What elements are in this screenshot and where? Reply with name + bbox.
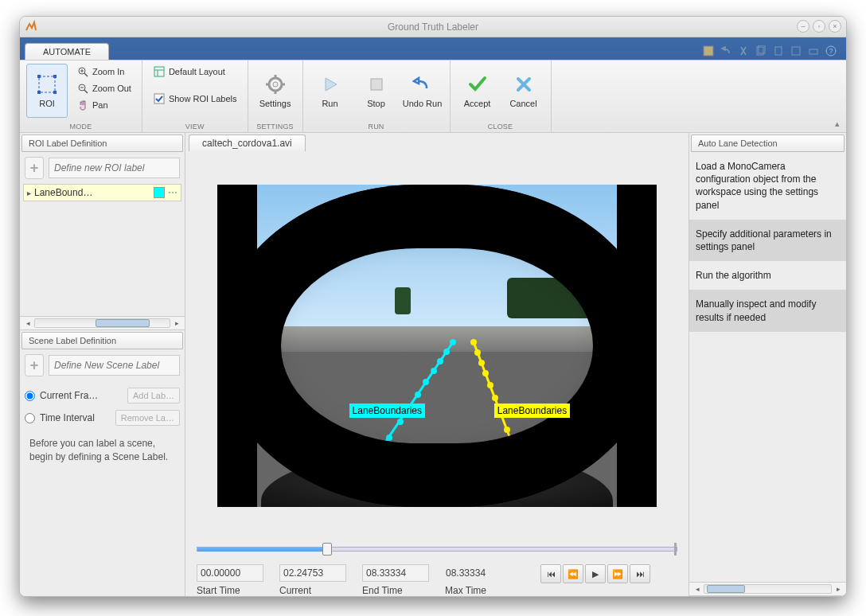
qat-save-icon[interactable] [701, 44, 716, 58]
new-scene-input[interactable] [49, 355, 180, 376]
scroll-right-icon[interactable]: ▸ [172, 318, 181, 328]
roi-scrollbar[interactable]: ◂ ▸ [20, 316, 185, 330]
run-button[interactable]: Run [310, 64, 351, 118]
svg-rect-20 [154, 67, 164, 76]
layout-icon [153, 65, 166, 78]
window-title: Ground Truth Labeler [388, 21, 478, 33]
group-view: Default Layout Show ROI Labels VIEW [142, 60, 248, 132]
qat-help-icon[interactable]: ? [824, 44, 838, 58]
cancel-button[interactable]: Cancel [503, 64, 544, 118]
right-scrollbar[interactable]: ◂ ▸ [689, 582, 846, 596]
zoom-out-icon [76, 82, 89, 95]
step-fwd-button[interactable]: ⏩ [607, 564, 628, 583]
collapse-ribbon-icon[interactable]: ▴ [835, 119, 840, 129]
play-button[interactable]: ▶ [585, 564, 606, 583]
left-column: ROI Label Definition + ▸ LaneBound… ⋯ [20, 133, 185, 596]
remove-label-button[interactable]: Remove La… [115, 410, 180, 426]
qat-cut-icon[interactable] [736, 44, 751, 58]
file-tab[interactable]: caltech_cordova1.avi [189, 135, 306, 151]
right-panel-title: Auto Lane Detection [691, 135, 845, 152]
timeline-handle[interactable] [322, 543, 332, 556]
add-scene-button[interactable]: + [25, 354, 44, 376]
gear-icon [264, 73, 287, 96]
add-roi-button[interactable]: + [25, 157, 44, 179]
qat-undo-icon[interactable] [719, 44, 733, 58]
svg-line-18 [84, 90, 88, 93]
current-time-field[interactable]: 02.24753 [279, 564, 346, 582]
new-roi-input[interactable] [49, 158, 180, 178]
radio-current-frame[interactable] [25, 391, 35, 401]
end-time-field[interactable]: 08.33334 [362, 564, 429, 582]
x-icon [513, 73, 535, 96]
svg-rect-3 [775, 47, 782, 55]
step-2: Specify additional parameters in setting… [689, 220, 846, 261]
scene-panel-title: Scene Label Definition [21, 332, 183, 349]
group-close: Accept Cancel CLOSE [451, 60, 552, 132]
step-back-button[interactable]: ⏪ [563, 564, 583, 583]
scroll-left-icon[interactable]: ◂ [23, 318, 33, 328]
radio-time-interval[interactable] [25, 413, 35, 423]
zoom-in-button[interactable]: Zoom In [72, 64, 135, 80]
default-layout-button[interactable]: Default Layout [149, 64, 241, 80]
checkbox-icon [153, 92, 166, 105]
roi-panel-title: ROI Label Definition [21, 135, 183, 152]
settings-button[interactable]: Settings [255, 64, 296, 118]
timeline-track[interactable] [197, 547, 677, 552]
add-label-button[interactable]: Add Lab… [127, 388, 180, 404]
start-time-field[interactable]: 00.00000 [197, 564, 263, 582]
max-time-value: 08.33334 [445, 564, 512, 582]
qat-new-icon[interactable] [789, 44, 803, 58]
stop-icon [365, 73, 388, 96]
right-column: Auto Lane Detection Load a MonoCamera co… [689, 133, 846, 596]
group-run-label: RUN [303, 123, 450, 131]
lane-label-yellow[interactable]: LaneBoundaries [494, 404, 570, 418]
group-settings-label: SETTINGS [248, 123, 302, 131]
svg-rect-5 [809, 49, 817, 54]
group-run: Run Stop Undo Run RUN [303, 60, 451, 132]
pan-button[interactable]: Pan [72, 97, 135, 113]
app-window: Ground Truth Labeler – ◦ × AUTOMATE ? [19, 16, 847, 597]
play-icon [319, 73, 341, 96]
scroll-right-icon[interactable]: ▸ [833, 584, 843, 594]
titlebar: Ground Truth Labeler – ◦ × [20, 17, 846, 37]
qat-print-icon[interactable] [806, 44, 821, 58]
svg-rect-4 [792, 47, 800, 55]
scroll-left-icon[interactable]: ◂ [692, 584, 702, 594]
item-menu-icon[interactable]: ⋯ [168, 187, 177, 198]
tab-automate[interactable]: AUTOMATE [25, 43, 109, 60]
stop-button[interactable]: Stop [356, 64, 397, 118]
scene-info-text: Before you can label a scene, begin by d… [23, 429, 181, 472]
window-close-button[interactable]: × [829, 20, 841, 33]
go-end-button[interactable]: ⏭ [630, 564, 650, 583]
roi-button[interactable]: ROI [26, 64, 68, 118]
group-view-label: VIEW [142, 123, 248, 131]
color-swatch [154, 187, 165, 198]
go-start-button[interactable]: ⏮ [540, 564, 561, 583]
roi-label-item[interactable]: ▸ LaneBound… ⋯ [23, 184, 181, 201]
undo-run-button[interactable]: Undo Run [402, 64, 443, 118]
svg-rect-12 [53, 91, 57, 94]
expand-icon: ▸ [27, 189, 31, 197]
ribbon: AUTOMATE ? ROI [20, 37, 846, 133]
zoom-out-button[interactable]: Zoom Out [72, 80, 135, 96]
roi-label: ROI [39, 99, 55, 108]
qat-copy-icon[interactable] [754, 44, 768, 58]
undo-icon [412, 73, 434, 96]
transport-controls: ⏮ ⏪ ▶ ⏩ ⏭ [540, 564, 650, 583]
video-frame[interactable]: LaneBoundaries LaneBoundaries [217, 185, 657, 507]
roi-definition-panel: ROI Label Definition + ▸ LaneBound… ⋯ [20, 133, 185, 316]
svg-rect-11 [37, 91, 41, 94]
accept-button[interactable]: Accept [457, 64, 498, 118]
zoom-in-icon [76, 65, 89, 78]
step-1: Load a MonoCamera configuration object f… [689, 152, 846, 220]
svg-rect-30 [371, 79, 382, 90]
toolbar: ROI Zoom In Zoom Out Pan MODE Default La… [20, 60, 846, 133]
window-maximize-button[interactable]: ◦ [813, 20, 825, 33]
scene-definition-panel: Scene Label Definition + Current Fra… Ad… [20, 330, 185, 475]
lane-label-cyan[interactable]: LaneBoundaries [349, 404, 425, 418]
show-roi-labels-checkbox[interactable]: Show ROI Labels [149, 91, 241, 107]
svg-rect-23 [154, 94, 164, 103]
qat-paste-icon[interactable] [771, 44, 786, 58]
svg-line-14 [84, 73, 88, 76]
window-minimize-button[interactable]: – [797, 20, 809, 33]
